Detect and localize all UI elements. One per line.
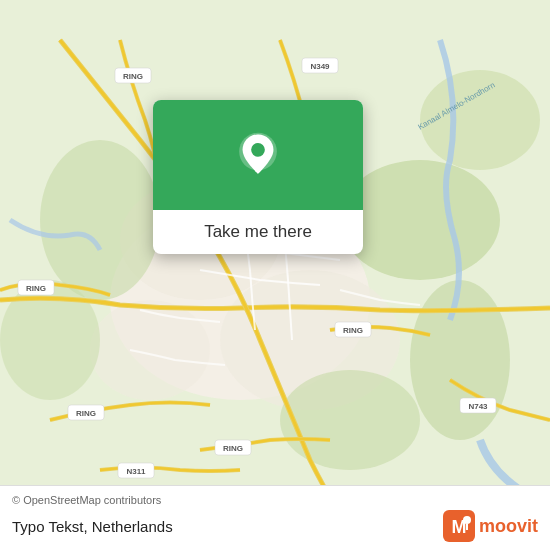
moovit-logo: M moovit — [443, 510, 538, 542]
svg-point-35 — [463, 516, 471, 524]
location-row: Typo Tekst, Netherlands M moovit — [12, 510, 538, 542]
map-background: RING RING RING RING RING N349 N349 N743 … — [0, 0, 550, 550]
svg-text:RING: RING — [26, 284, 46, 293]
svg-point-4 — [90, 300, 210, 400]
svg-text:N743: N743 — [468, 402, 488, 411]
svg-point-5 — [340, 160, 500, 280]
svg-text:N311: N311 — [126, 467, 146, 476]
location-pin-icon — [234, 131, 282, 179]
bottom-bar: © OpenStreetMap contributors Typo Tekst,… — [0, 485, 550, 550]
popup-card: Take me there — [153, 100, 363, 254]
svg-point-6 — [410, 280, 510, 440]
svg-point-32 — [251, 143, 265, 157]
take-me-there-button[interactable]: Take me there — [204, 222, 312, 242]
svg-point-7 — [40, 140, 160, 300]
svg-point-9 — [280, 370, 420, 470]
svg-text:RING: RING — [343, 326, 363, 335]
svg-text:N349: N349 — [310, 62, 330, 71]
svg-text:RING: RING — [123, 72, 143, 81]
svg-text:RING: RING — [76, 409, 96, 418]
map-container: RING RING RING RING RING N349 N349 N743 … — [0, 0, 550, 550]
svg-text:RING: RING — [223, 444, 243, 453]
popup-header — [153, 100, 363, 210]
moovit-icon: M — [443, 510, 475, 542]
location-text: Typo Tekst, Netherlands — [12, 518, 173, 535]
map-attribution: © OpenStreetMap contributors — [12, 494, 538, 506]
moovit-text: moovit — [479, 516, 538, 537]
popup-button-section: Take me there — [153, 210, 363, 254]
